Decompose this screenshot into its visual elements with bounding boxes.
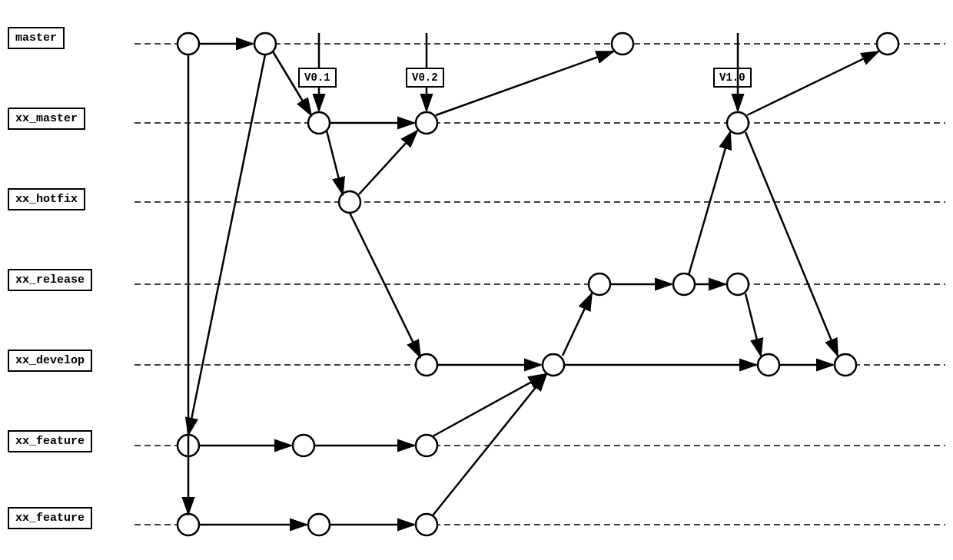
arrow-xxmaster2-master3: [436, 51, 613, 115]
node-xxfeature2-2: [308, 514, 330, 535]
arrow-xxdevelop2-xxrelease1: [563, 293, 592, 356]
node-xxfeature1-3: [416, 435, 437, 456]
node-xxmaster-1: [308, 112, 330, 134]
flow-diagram-svg: [0, 0, 953, 560]
arrow-xxhotfix1-xxdevelop1: [350, 213, 420, 357]
node-xxrelease-2: [673, 273, 695, 295]
arrow-xxfeature2-3-xxdevelop2: [433, 374, 546, 515]
arrow-xxfeature1-3-xxdevelop2: [433, 374, 546, 436]
node-xxfeature1-2: [293, 435, 314, 456]
node-xxfeature2-3: [416, 514, 437, 535]
arrow-xxrelease2-xxmaster3: [689, 132, 730, 275]
arrow-xxmaster1-xxhotfix1: [327, 131, 343, 194]
arrow-master2-xxfeature1-1: [188, 55, 265, 435]
node-xxdevelop-4: [835, 354, 856, 376]
node-xxrelease-3: [727, 273, 749, 295]
node-xxdevelop-2: [543, 354, 564, 376]
node-xxmaster-2: [416, 112, 437, 134]
node-xxdevelop-1: [416, 354, 437, 376]
node-xxfeature2-1: [178, 514, 199, 535]
node-master-4: [877, 33, 898, 55]
node-xxrelease-1: [589, 273, 610, 295]
node-master-3: [612, 33, 633, 55]
node-master-2: [254, 33, 276, 55]
node-master-1: [178, 33, 199, 55]
git-flow-diagram: master xx_master xx_hotfix xx_release xx…: [0, 0, 953, 560]
arrow-xxhotfix1-xxmaster2: [359, 131, 417, 194]
arrow-xxmaster3-xxdevelop4: [745, 132, 838, 356]
arrow-master2-xxmaster1: [273, 51, 311, 115]
arrow-xxmaster3-master4: [747, 51, 878, 115]
node-xxmaster-3: [727, 112, 749, 134]
node-xxdevelop-3: [758, 354, 779, 376]
arrow-xxrelease3-xxdevelop3: [745, 293, 761, 356]
